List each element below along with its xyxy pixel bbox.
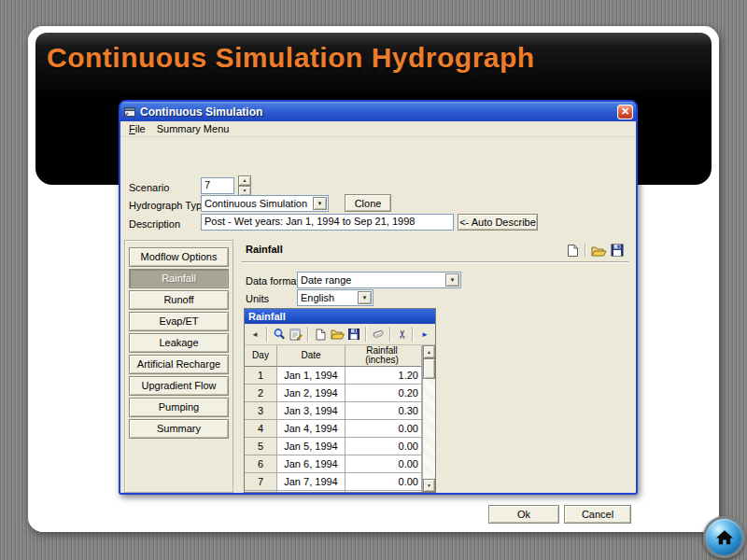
menu-file[interactable]: File bbox=[124, 122, 152, 135]
scenario-spinner: ▲ ▼ bbox=[238, 175, 251, 195]
scroll-down-icon[interactable]: ▼ bbox=[423, 479, 435, 492]
save-icon[interactable] bbox=[345, 326, 362, 343]
table-header-row: Day Date Rainfall (inches) bbox=[245, 345, 422, 367]
sidebar-item-pumping[interactable]: Pumping bbox=[129, 398, 229, 417]
description-label: Description bbox=[129, 218, 180, 230]
table-row: 6 Jan 6, 1994 0.00 bbox=[245, 455, 422, 473]
data-format-label: Data format bbox=[246, 275, 299, 287]
description-input[interactable]: Post - Wet years: Jan 1, 1994 to Sep 21,… bbox=[201, 214, 454, 231]
dialog-title: Continuous Simulation bbox=[140, 105, 262, 119]
menu-summary-menu[interactable]: Summary Menu bbox=[152, 122, 236, 135]
sidebar-item-modflow-options[interactable]: Modflow Options bbox=[129, 247, 229, 267]
sidebar-item-evap-et[interactable]: Evap/ET bbox=[129, 312, 229, 331]
sidebar: Modflow Options Rainfall Runoff Evap/ET … bbox=[124, 240, 233, 493]
rainfall-grid-window: Rainfall ◄ bbox=[244, 308, 436, 493]
table-row-partial bbox=[245, 491, 422, 492]
sidebar-item-upgradient-flow[interactable]: Upgradient Flow bbox=[129, 376, 229, 396]
table-row: 4 Jan 4, 1994 0.00 bbox=[245, 420, 422, 438]
open-folder-icon[interactable] bbox=[589, 241, 608, 259]
sidebar-item-artificial-recharge[interactable]: Artificial Recharge bbox=[129, 355, 229, 374]
dialog-form: Scenario 7 ▲ ▼ Hydrograph Type Continuou… bbox=[120, 137, 636, 493]
vertical-scrollbar[interactable]: ▲ ▼ bbox=[422, 345, 435, 492]
rainfall-panel: Rainfall Data format Date range ▼ Units bbox=[238, 238, 630, 493]
home-icon bbox=[714, 527, 735, 548]
search-icon[interactable] bbox=[271, 326, 288, 343]
ok-button[interactable]: Ok bbox=[488, 505, 559, 524]
home-button[interactable] bbox=[703, 516, 745, 558]
hydrograph-type-label: Hydrograph Type bbox=[129, 200, 207, 211]
column-header-date: Date bbox=[277, 345, 345, 367]
chevron-down-icon[interactable]: ▼ bbox=[313, 197, 327, 210]
open-folder-icon[interactable] bbox=[329, 326, 345, 343]
sidebar-item-runoff[interactable]: Runoff bbox=[129, 290, 229, 310]
auto-describe-button[interactable]: <- Auto Describe bbox=[458, 214, 538, 231]
next-record-icon[interactable]: ► bbox=[416, 326, 433, 343]
data-format-select[interactable]: Date range ▼ bbox=[297, 272, 461, 288]
prev-record-icon[interactable]: ◄ bbox=[247, 326, 263, 343]
column-header-rainfall: Rainfall (inches) bbox=[345, 345, 422, 367]
scrollbar-track[interactable] bbox=[423, 379, 435, 479]
units-label: Units bbox=[246, 293, 269, 304]
scenario-input[interactable]: 7 bbox=[201, 177, 234, 194]
panel-title: Rainfall bbox=[246, 244, 283, 255]
sidebar-item-leakage[interactable]: Leakage bbox=[129, 333, 229, 353]
grid-toolbar: ◄ bbox=[245, 324, 435, 345]
dialog-titlebar[interactable]: Continuous Simulation ✕ bbox=[120, 102, 636, 121]
rainfall-table: Day Date Rainfall (inches) 1 Jan 1, 1994… bbox=[245, 345, 435, 492]
panel-toolbar bbox=[563, 241, 627, 259]
continuous-simulation-dialog: Continuous Simulation ✕ File Summary Men… bbox=[119, 100, 638, 495]
slide-background: { "slide": { "title": "Continuous Simula… bbox=[0, 0, 747, 560]
menu-bar: File Summary Menu bbox=[120, 121, 636, 137]
table-row: 3 Jan 3, 1994 0.30 bbox=[245, 402, 422, 420]
save-icon[interactable] bbox=[608, 241, 627, 259]
column-header-day: Day bbox=[245, 345, 277, 367]
hydrograph-type-select[interactable]: Continuous Simulation ▼ bbox=[201, 195, 329, 212]
table-row: 2 Jan 2, 1994 0.20 bbox=[245, 385, 422, 402]
table-row: 1 Jan 1, 1994 1.20 bbox=[245, 367, 422, 385]
eraser-icon[interactable] bbox=[370, 326, 387, 343]
clone-button[interactable]: Clone bbox=[345, 194, 391, 212]
cancel-button[interactable]: Cancel bbox=[564, 505, 631, 524]
scroll-up-icon[interactable]: ▲ bbox=[423, 345, 435, 358]
table-row: 7 Jan 7, 1994 0.00 bbox=[245, 473, 422, 491]
sidebar-item-rainfall[interactable]: Rainfall bbox=[129, 269, 229, 288]
units-select[interactable]: English ▼ bbox=[297, 289, 374, 306]
scenario-label: Scenario bbox=[129, 182, 169, 193]
spinner-up-icon[interactable]: ▲ bbox=[238, 175, 251, 186]
new-document-icon[interactable] bbox=[312, 326, 329, 343]
chevron-down-icon[interactable]: ▼ bbox=[445, 273, 459, 287]
page-title: Continuous Simulation Hydrograph bbox=[47, 42, 535, 74]
toolbar-separator bbox=[585, 243, 586, 258]
panel-divider bbox=[242, 261, 628, 263]
table-row: 5 Jan 5, 1994 0.00 bbox=[245, 438, 422, 455]
sidebar-item-summary[interactable]: Summary bbox=[129, 419, 229, 439]
new-document-icon[interactable] bbox=[563, 241, 582, 259]
close-icon[interactable]: ✕ bbox=[617, 105, 633, 119]
scrollbar-thumb[interactable] bbox=[423, 358, 435, 379]
cut-icon[interactable]: ✂ bbox=[394, 326, 411, 343]
chevron-down-icon[interactable]: ▼ bbox=[358, 291, 372, 304]
window-icon bbox=[123, 105, 136, 118]
edit-icon[interactable] bbox=[288, 326, 304, 343]
grid-titlebar[interactable]: Rainfall bbox=[245, 309, 435, 324]
